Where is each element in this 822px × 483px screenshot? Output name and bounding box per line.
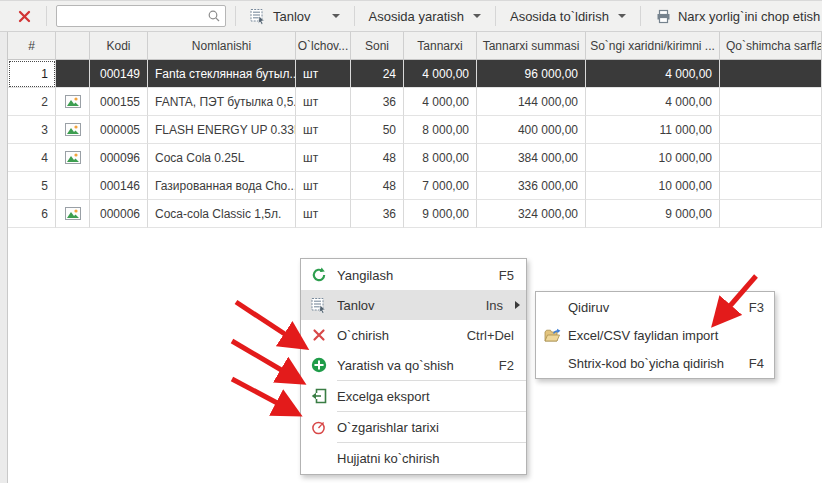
cell-songi[interactable]: 10 000,00 bbox=[586, 144, 720, 172]
header-qoshimcha[interactable]: Qo`shimcha sarflar bbox=[720, 32, 822, 60]
submenu-item-label: Excel/CSV faylidan import bbox=[568, 328, 764, 343]
cell-soni[interactable]: 36 bbox=[351, 88, 404, 116]
cell-tannarxi[interactable]: 4 000,00 bbox=[404, 60, 477, 88]
search-input[interactable] bbox=[61, 8, 207, 24]
cell-tannarxi[interactable]: 4 000,00 bbox=[404, 88, 477, 116]
cell-soni[interactable]: 48 bbox=[351, 172, 404, 200]
cell-soni[interactable]: 24 bbox=[351, 60, 404, 88]
left-gutter bbox=[0, 32, 8, 483]
cell-songi[interactable]: 9 000,00 bbox=[586, 200, 720, 228]
cell-qoshimcha[interactable] bbox=[720, 60, 822, 88]
cell-summa[interactable]: 96 000,00 bbox=[477, 60, 586, 88]
print-price-tag-button[interactable]: Narx yorlig`ini chop etish bbox=[650, 5, 822, 28]
cell-qoshimcha[interactable] bbox=[720, 200, 822, 228]
row-image-cell[interactable] bbox=[56, 144, 90, 172]
menu-item-excelga-eksport[interactable]: Excelga eksport bbox=[301, 381, 526, 411]
cell-olchov[interactable]: шт bbox=[296, 200, 351, 228]
cell-kodi[interactable]: 000146 bbox=[90, 172, 148, 200]
cell-songi[interactable]: 11 000,00 bbox=[586, 116, 720, 144]
row-image-cell[interactable] bbox=[56, 200, 90, 228]
menu-item-ochirish[interactable]: O`chirish Ctrl+Del bbox=[301, 320, 526, 350]
cell-olchov[interactable]: шт bbox=[296, 60, 351, 88]
product-table: # Kodi Nomlanishi O`lchov... Soni Tannar… bbox=[8, 32, 822, 228]
cell-nomlanishi[interactable]: FANTA, ПЭТ бутылка 0,5... bbox=[148, 88, 296, 116]
import-folder-icon bbox=[536, 328, 568, 343]
cell-nomlanishi[interactable]: Газированная вода Cho... bbox=[148, 172, 296, 200]
menu-item-label: Tanlov bbox=[337, 298, 486, 313]
cell-num[interactable]: 4 bbox=[8, 144, 56, 172]
cell-nomlanishi[interactable]: Fanta стеклянная бутыл... bbox=[148, 60, 296, 88]
cell-qoshimcha[interactable] bbox=[720, 172, 822, 200]
cell-qoshimcha[interactable] bbox=[720, 88, 822, 116]
cell-nomlanishi[interactable]: Coca-cola Classic 1,5л. bbox=[148, 200, 296, 228]
tanlov-button[interactable]: Tanlov bbox=[245, 5, 345, 28]
cell-tannarxi[interactable]: 7 000,00 bbox=[404, 172, 477, 200]
close-button[interactable] bbox=[12, 6, 37, 27]
menu-item-shortcut: F5 bbox=[499, 268, 526, 283]
search-box[interactable] bbox=[56, 5, 226, 27]
cell-soni[interactable]: 48 bbox=[351, 144, 404, 172]
cell-num[interactable]: 3 bbox=[8, 116, 56, 144]
cell-tannarxi[interactable]: 8 000,00 bbox=[404, 116, 477, 144]
header-songi-xarid[interactable]: So`ngi xaridni/kirimni ... bbox=[586, 32, 720, 60]
submenu-item-qidiruv[interactable]: Qidiruv F3 bbox=[536, 293, 774, 321]
cell-tannarxi[interactable]: 8 000,00 bbox=[404, 144, 477, 172]
asosida-yaratish-label: Asosida yaratish bbox=[369, 9, 464, 24]
menu-item-tanlov[interactable]: Tanlov Ins bbox=[301, 290, 526, 320]
row-image-cell[interactable] bbox=[56, 116, 90, 144]
cell-kodi[interactable]: 000096 bbox=[90, 144, 148, 172]
header-num[interactable]: # bbox=[8, 32, 56, 60]
cell-num[interactable]: 5 bbox=[8, 172, 56, 200]
picture-icon bbox=[65, 95, 81, 108]
header-tannarxi[interactable]: Tannarxi bbox=[404, 32, 477, 60]
cell-qoshimcha[interactable] bbox=[720, 116, 822, 144]
cell-soni[interactable]: 36 bbox=[351, 200, 404, 228]
cell-num[interactable]: 2 bbox=[8, 88, 56, 116]
cell-kodi[interactable]: 000149 bbox=[90, 60, 148, 88]
menu-item-ozgarishlar-tarixi[interactable]: O`zgarishlar tarixi bbox=[301, 412, 526, 442]
row-image-cell[interactable] bbox=[56, 172, 90, 200]
cell-olchov[interactable]: шт bbox=[296, 172, 351, 200]
cell-kodi[interactable]: 000155 bbox=[90, 88, 148, 116]
toolbar-separator bbox=[495, 6, 496, 26]
row-image-cell[interactable] bbox=[56, 60, 90, 88]
cell-num[interactable]: 1 bbox=[8, 60, 56, 88]
row-image-cell[interactable] bbox=[56, 88, 90, 116]
cell-num[interactable]: 6 bbox=[8, 200, 56, 228]
cell-summa[interactable]: 400 000,00 bbox=[477, 116, 586, 144]
header-tannarxi-summasi[interactable]: Tannarxi summasi bbox=[477, 32, 586, 60]
header-image[interactable] bbox=[56, 32, 90, 60]
cell-olchov[interactable]: шт bbox=[296, 144, 351, 172]
menu-item-yangilash[interactable]: Yangilash F5 bbox=[301, 260, 526, 290]
asosida-yaratish-button[interactable]: Asosida yaratish bbox=[364, 6, 486, 27]
cell-songi[interactable]: 4 000,00 bbox=[586, 60, 720, 88]
cell-soni[interactable]: 50 bbox=[351, 116, 404, 144]
cell-songi[interactable]: 10 000,00 bbox=[586, 172, 720, 200]
cell-kodi[interactable]: 000005 bbox=[90, 116, 148, 144]
cell-summa[interactable]: 144 000,00 bbox=[477, 88, 586, 116]
menu-item-yaratish[interactable]: Yaratish va qo`shish F2 bbox=[301, 350, 526, 380]
cell-songi[interactable]: 4 000,00 bbox=[586, 88, 720, 116]
cell-summa[interactable]: 336 000,00 bbox=[477, 172, 586, 200]
header-kodi[interactable]: Kodi bbox=[90, 32, 148, 60]
cell-olchov[interactable]: шт bbox=[296, 116, 351, 144]
header-olchov[interactable]: O`lchov... bbox=[296, 32, 351, 60]
asosida-toldirish-button[interactable]: Asosida to`ldirish bbox=[505, 6, 631, 27]
cell-tannarxi[interactable]: 9 000,00 bbox=[404, 200, 477, 228]
cell-qoshimcha[interactable] bbox=[720, 144, 822, 172]
menu-item-hujjatni-kochirish[interactable]: Hujjatni ko`chirish bbox=[301, 443, 526, 473]
cell-olchov[interactable]: шт bbox=[296, 88, 351, 116]
submenu-item-excel-csv-import[interactable]: Excel/CSV faylidan import bbox=[536, 321, 774, 349]
header-nomlanishi[interactable]: Nomlanishi bbox=[148, 32, 296, 60]
toolbar: Tanlov Asosida yaratish Asosida to`ldiri… bbox=[0, 0, 822, 32]
cell-kodi[interactable]: 000006 bbox=[90, 200, 148, 228]
submenu-item-label: Shtrix-kod bo`yicha qidirish bbox=[568, 356, 749, 371]
header-soni[interactable]: Soni bbox=[351, 32, 404, 60]
tanlov-button-label: Tanlov bbox=[273, 9, 311, 24]
cell-summa[interactable]: 384 000,00 bbox=[477, 144, 586, 172]
cell-nomlanishi[interactable]: FLASH ENERGY UP 0.33L bbox=[148, 116, 296, 144]
chevron-down-icon[interactable] bbox=[332, 14, 340, 18]
submenu-item-shtrix-kod[interactable]: Shtrix-kod bo`yicha qidirish F4 bbox=[536, 349, 774, 377]
cell-nomlanishi[interactable]: Coca Cola 0.25L bbox=[148, 144, 296, 172]
cell-summa[interactable]: 324 000,00 bbox=[477, 200, 586, 228]
